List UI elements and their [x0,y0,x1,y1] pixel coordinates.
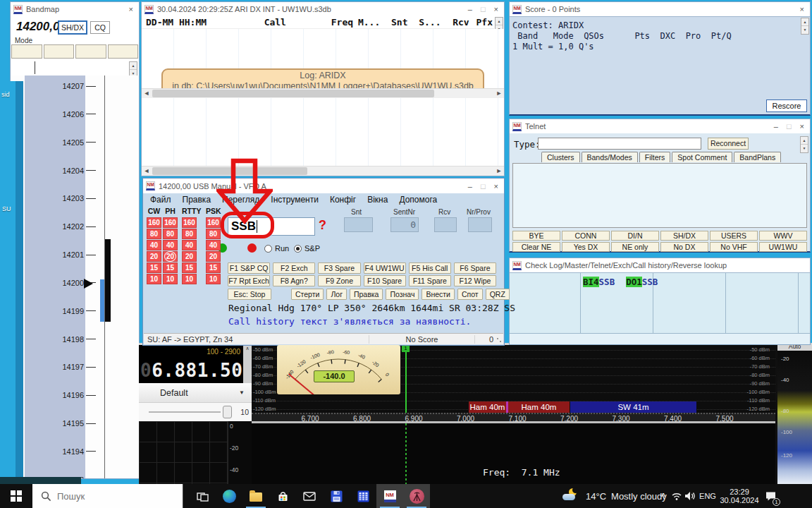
check-titlebar[interactable]: NM Check Log/Master/Telnet/Exch/Call his… [510,258,810,272]
telnet-button[interactable]: No DX [660,242,708,252]
band-button-cw-20[interactable]: 20 [147,251,161,262]
band-button-ph-15[interactable]: 15 [163,262,178,273]
tray-expand-icon[interactable]: ^ [657,492,670,500]
band-button-rtty-20[interactable]: 20 [182,251,197,262]
mode-box[interactable] [108,44,139,59]
close-icon[interactable]: × [800,5,804,13]
fkey-button[interactable]: F8 Agn? [273,275,315,286]
taskbar-search[interactable] [32,484,183,508]
wifi-icon[interactable] [670,491,683,501]
telnet-tab-bands-modes[interactable]: Bands/Modes [582,152,638,162]
score-spinner[interactable]: ▲▼ [801,18,809,35]
fkey-button[interactable]: F4 UW1WU [364,262,406,274]
band-button-cw-40[interactable]: 40 [147,240,161,250]
band-button-psk-20[interactable]: 20 [206,251,221,262]
maximize-icon[interactable]: □ [787,122,792,131]
log-titlebar[interactable]: NM 30.04.2024 20:29:25Z ARI DX INT - UW1… [142,2,504,16]
exchange-input[interactable] [272,217,315,236]
telnet-tab-filters[interactable]: Filters [639,152,671,162]
task-view-button[interactable] [189,484,216,508]
mode-box[interactable] [11,44,42,59]
telnet-button[interactable]: DI/N [611,231,659,241]
band-button-rtty-15[interactable]: 15 [182,262,197,273]
fkey-button[interactable]: F2 Exch [273,262,315,274]
edge-browser-button[interactable] [216,484,242,508]
action-button[interactable]: Лог [326,289,347,300]
horizontal-scrollbar[interactable]: ◄ ► [142,166,504,176]
band-button-rtty-160[interactable]: 160 [182,217,197,228]
telnet-tab-clusters[interactable]: Clusters [541,152,580,162]
telnet-tab-spot-comment[interactable]: Spot Comment [672,152,732,162]
run-radio[interactable] [264,245,272,253]
telnet-button[interactable]: CONN [562,231,610,241]
close-icon[interactable]: × [129,5,133,13]
sdr-taskbar-button[interactable] [403,484,430,508]
telnet-button[interactable]: No VHF [710,242,758,252]
notification-center-button[interactable]: 1 [760,491,781,502]
snt-field[interactable] [344,217,373,232]
menu-item[interactable]: Інструменти [265,195,324,205]
band-button-psk-10[interactable]: 10 [206,274,221,284]
sentnr-field[interactable]: 0 [390,217,419,232]
band-button-psk-40[interactable]: 40 [206,240,221,250]
menu-item[interactable]: Конфіг [324,195,362,205]
scroll-left-icon[interactable]: ◄ [142,167,152,176]
fkey-button[interactable]: F12 Wipe [454,275,496,286]
close-icon[interactable]: × [800,122,804,131]
minimize-icon[interactable]: – [468,5,472,13]
band-button-ph-160[interactable]: 160 [163,217,178,228]
band-button-ph-40[interactable]: 40 [163,240,178,250]
score-titlebar[interactable]: NM Score - 0 Points × [510,2,810,16]
telnet-button[interactable]: Clear NE [512,242,560,252]
telnet-spinner[interactable]: ▲▼ [800,136,808,153]
sp-radio[interactable] [294,245,302,253]
telnet-button[interactable]: NE only [611,242,659,252]
close-icon[interactable]: × [494,5,498,13]
reconnect-button[interactable]: Reconnect [708,138,749,150]
scroll-right-icon[interactable]: ► [494,89,504,98]
mode-box[interactable] [44,44,75,59]
log-pane[interactable] [142,98,504,166]
maximize-icon[interactable]: □ [481,182,486,190]
maximize-icon[interactable]: □ [481,5,486,13]
store-button[interactable] [269,484,296,508]
minimize-icon[interactable]: – [468,182,472,190]
start-button[interactable] [0,484,32,508]
minimize-icon[interactable]: – [774,122,778,131]
telnet-button[interactable]: UW1WU [759,242,807,252]
taskbar-clock[interactable]: 23:29 30.04.2024 [719,488,760,505]
cq-button[interactable]: CQ [90,21,110,34]
waterfall-legend[interactable]: Auto -20-40-80-100-120 [777,343,812,484]
menu-item[interactable]: Файл [144,195,177,205]
bandmap-scale-area[interactable]: 1420714206142051420414203142021420114200… [11,75,139,478]
band-button-cw-80[interactable]: 80 [147,229,161,239]
sdr-frequency-display[interactable]: 100 - 2900 06.881.500 [139,345,243,383]
fkey-button[interactable]: F5 His Call [409,262,451,274]
band-button-rtty-80[interactable]: 80 [182,229,197,239]
search-input[interactable] [57,491,163,502]
callsign-input[interactable]: SSB [228,217,271,236]
band-button-ph-80[interactable]: 80 [163,229,178,239]
logger-save-button[interactable] [323,484,350,508]
volume-slider-track[interactable] [149,411,221,413]
fkey-button[interactable]: F3 Spare [318,262,360,274]
band-button-psk-15[interactable]: 15 [206,262,221,273]
sdr-preset-dropdown[interactable]: Default ▼ [139,383,252,403]
speaker-icon[interactable] [683,491,696,501]
band-button-cw-10[interactable]: 10 [147,274,161,284]
scrollbar-thumb[interactable] [152,90,434,97]
sdr-frequency-digits[interactable]: 06.881.500 [140,360,254,381]
fkey-button[interactable]: F9 Zone [318,275,360,286]
close-icon[interactable]: × [494,182,498,190]
band-button-cw-15[interactable]: 15 [147,262,161,273]
band-button-rtty-40[interactable]: 40 [182,240,197,250]
shdx-button[interactable]: SH/DX [58,20,87,35]
action-button[interactable]: Правка [350,289,383,300]
check-call[interactable]: DO1SSB [626,277,658,287]
telnet-button[interactable]: USERS [710,231,758,241]
action-button[interactable]: Спот [457,289,483,300]
check-call[interactable]: BI4SSB [583,277,615,287]
fkey-button[interactable]: F1 S&P CQ [228,262,270,274]
telnet-button[interactable]: WWV [759,231,807,241]
catalog-app-button[interactable] [350,484,376,508]
